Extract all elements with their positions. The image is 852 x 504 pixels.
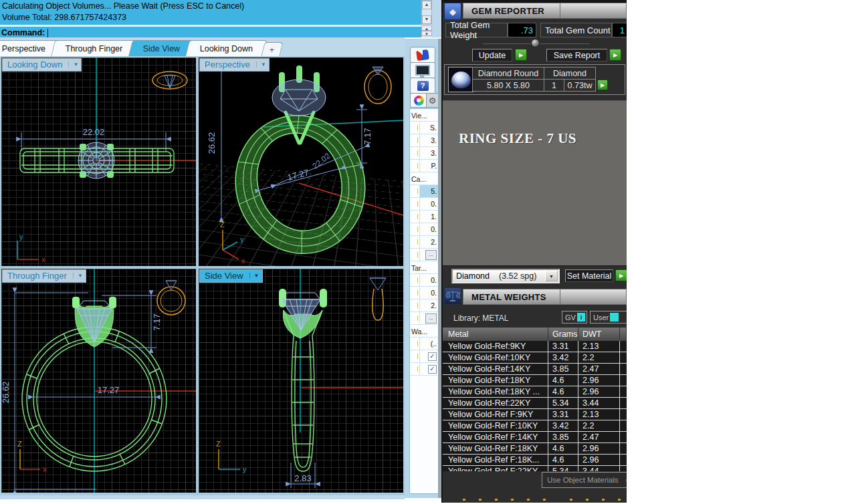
scroll-up-icon[interactable]: ▲ [422, 1, 431, 9]
tab-settings[interactable]: ⚙ [426, 93, 439, 108]
property-row[interactable]: 2. [410, 236, 438, 249]
viewport-looking-down[interactable]: Looking Down ▼ 22.02 [1, 57, 196, 266]
checkbox[interactable]: ✓ [428, 352, 437, 361]
viewport-tab-through-finger[interactable]: Through Finger [51, 40, 137, 56]
table-row[interactable]: Yellow Gold-Ref:22KY5.343.44 [443, 398, 627, 409]
table-row[interactable]: Yellow Gold-Ref:10KY3.422.2 [443, 352, 627, 364]
command-row-scrollbar[interactable]: ▲ ▼ [421, 25, 432, 37]
set-material-go-button[interactable]: ▶ [615, 269, 627, 281]
set-material-button[interactable]: Set Material [565, 269, 613, 282]
property-row[interactable]: 3. [410, 147, 438, 160]
table-row[interactable]: Yellow Gold-Ref:18KY ...4.62.96 [443, 386, 627, 398]
viewport-perspective[interactable]: Perspective ▼ [199, 57, 403, 266]
command-history-scrollbar[interactable]: ▲ ▼ [421, 0, 432, 25]
table-row[interactable]: Yellow Gold-Ref F:14KY3.852.47 [443, 432, 627, 443]
chevron-down-icon[interactable]: ▼ [68, 61, 78, 68]
gem-reporter-header[interactable]: GEM REPORTER [463, 3, 627, 19]
table-cell: Yellow Gold-Ref F:22KY [443, 466, 548, 471]
viewport-label-looking-down[interactable]: Looking Down ▼ [2, 58, 82, 72]
looking-down-canvas: 22.02 [1, 57, 196, 266]
chevron-down-icon[interactable]: ▼ [249, 273, 259, 279]
ring-thumbnail-icon [370, 278, 386, 320]
gem-row[interactable]: Diamond Round Diamond 5.80 X 5.80 1 0.73… [444, 64, 625, 95]
tab-model[interactable] [410, 47, 435, 63]
table-row[interactable]: Yellow Gold-Ref F:18KY4.62.96 [443, 443, 627, 455]
property-row[interactable]: ✓ [410, 363, 438, 376]
property-row[interactable]: 3. [410, 134, 438, 147]
table-row[interactable]: Yellow Gold-Ref F:22KY5.343.44 [443, 466, 627, 471]
svg-text:22.02: 22.02 [310, 151, 332, 171]
property-row[interactable]: 5. [410, 185, 438, 198]
viewport-tab-bar: PerspectiveThrough FingerSide ViewLookin… [0, 37, 405, 56]
chevron-down-icon[interactable]: ▼ [545, 271, 558, 281]
library-row: Library: METAL GV I User [443, 309, 627, 326]
ellipsis-button[interactable]: ... [425, 250, 437, 260]
chevron-down-icon[interactable]: ▼ [256, 61, 266, 68]
viewport-label-side-view[interactable]: Side View ▼ [199, 269, 263, 283]
side-toolbar: ? ⚙ Vie...S.3.3.P.Ca...5.0.1.0.2....Tar.… [405, 37, 441, 498]
total-gem-weight-value: .73 [508, 23, 536, 37]
update-button[interactable]: Update [472, 49, 512, 61]
command-history[interactable]: Calculating Object Volumes... Please Wai… [0, 0, 421, 25]
viewport-label-through-finger[interactable]: Through Finger ▼ [2, 269, 86, 283]
property-row[interactable]: 0. [410, 223, 438, 236]
table-row[interactable]: Yellow Gold-Ref:18KY4.62.96 [443, 375, 627, 386]
property-row[interactable]: S. [410, 122, 438, 134]
material-select[interactable]: Diamond (3.52 spg) ▼ [451, 269, 560, 283]
viewport-tab-side-view[interactable]: Side View [128, 40, 195, 56]
table-row[interactable]: Yellow Gold-Ref:14KY3.852.47 [443, 364, 627, 375]
tab-display-properties[interactable] [410, 93, 427, 108]
total-gem-weight-label: Total Gem Weight [445, 23, 508, 37]
property-row[interactable]: ✓ [410, 350, 438, 363]
column-metal[interactable]: Metal [443, 328, 548, 341]
library-label: Library: METAL [453, 313, 508, 323]
table-row[interactable]: Yellow Gold-Ref F:10KY3.422.2 [443, 420, 627, 432]
svg-text:x: x [241, 257, 245, 265]
viewport-through-finger[interactable]: Through Finger ▼ [1, 269, 196, 493]
column-grams[interactable]: Grams [548, 328, 578, 341]
property-row[interactable]: 0. [410, 287, 438, 299]
table-row[interactable]: Yellow Gold-Ref F:9KY3.312.13 [443, 409, 627, 420]
gem-reporter-icon: ◆ [444, 3, 461, 20]
property-row[interactable]: 2. [410, 299, 438, 312]
gv-toggle[interactable]: GV I [562, 311, 587, 324]
svg-text:Z: Z [216, 440, 221, 448]
viewport-label-perspective[interactable]: Perspective ▼ [199, 58, 270, 72]
column-dwt[interactable]: DWT [578, 328, 620, 341]
table-cell: Yellow Gold-Ref:14KY [443, 364, 548, 374]
property-row[interactable]: P. [410, 160, 438, 172]
property-row[interactable]: (.. [410, 338, 438, 350]
property-group-label: Tar... [410, 261, 438, 274]
table-cell: Yellow Gold-Ref:22KY [443, 398, 548, 408]
tab-display[interactable] [410, 62, 435, 78]
metal-table-header: Metal Grams DWT [443, 328, 627, 342]
save-report-button[interactable]: Save Report [546, 49, 607, 61]
viewport-tab-looking-down[interactable]: Looking Down [185, 40, 268, 56]
property-row[interactable]: ... [410, 312, 438, 325]
property-row[interactable]: 0. [410, 198, 438, 211]
save-report-go-button[interactable]: ▶ [609, 49, 621, 61]
update-go-button[interactable]: ▶ [515, 49, 527, 61]
dim-label: 22.02 [83, 127, 105, 137]
ellipsis-button[interactable]: ... [425, 313, 437, 324]
add-viewport-tab-button[interactable]: + [261, 42, 284, 56]
property-row[interactable]: 0. [410, 274, 438, 287]
viewport-side-view[interactable]: Side View ▼ [199, 269, 403, 493]
scroll-up-icon[interactable]: ▲ [421, 25, 432, 31]
use-object-materials[interactable]: Use Object Materials ○ [542, 472, 627, 488]
chevron-down-icon[interactable]: ▼ [73, 273, 83, 279]
arrow-right-icon: ▶ [619, 273, 623, 279]
table-row[interactable]: Yellow Gold-Ref:9KY3.312.13 [443, 341, 627, 352]
property-row[interactable]: 1. [410, 211, 438, 223]
table-row[interactable]: Yellow Gold-Ref F:18K...4.62.96 [443, 455, 627, 466]
checkbox[interactable]: ✓ [428, 365, 437, 374]
property-row[interactable]: ... [410, 249, 438, 261]
user-toggle[interactable]: User [590, 311, 627, 324]
metal-weights-header[interactable]: METAL WEIGHTS [463, 289, 627, 305]
scroll-down-icon[interactable]: ▼ [422, 15, 431, 24]
tab-help[interactable]: ? [410, 78, 435, 94]
table-cell: 5.34 [548, 466, 578, 471]
divider-slider-knob[interactable] [531, 39, 540, 47]
scroll-down-icon[interactable]: ▼ [421, 31, 432, 36]
gem-detail-button[interactable]: ▶ [597, 80, 608, 90]
